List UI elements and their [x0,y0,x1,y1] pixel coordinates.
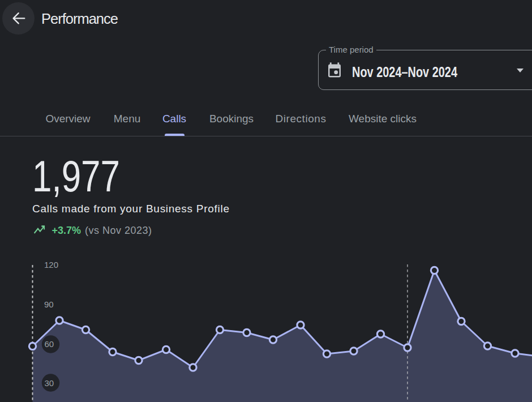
svg-text:60: 60 [45,339,54,349]
svg-text:120: 120 [44,260,58,270]
svg-text:1,977: 1,977 [32,153,120,201]
svg-text:Nov 2024–Nov 2024: Nov 2024–Nov 2024 [352,63,457,80]
svg-text:30: 30 [45,378,54,388]
svg-text:90: 90 [44,300,54,309]
